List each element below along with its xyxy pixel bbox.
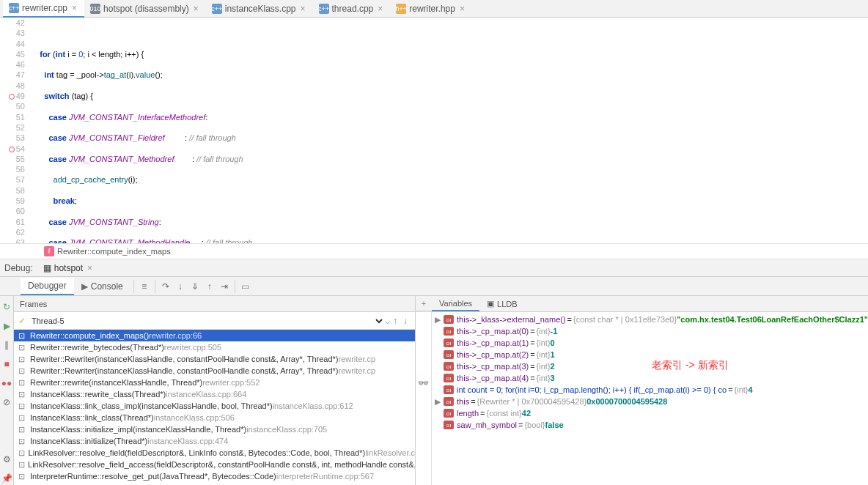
breakpoint-icon[interactable] bbox=[9, 94, 15, 100]
frame-item[interactable]: ⊡InstanceKlass::link_class_impl(instance… bbox=[14, 400, 415, 412]
pin-button[interactable]: 📌 bbox=[0, 472, 13, 485]
hpp-icon: h++ bbox=[396, 4, 406, 14]
force-step-into-button[interactable]: ⇓ bbox=[188, 279, 202, 294]
frame-item[interactable]: ⊡InstanceKlass::initialize(Thread*) inst… bbox=[14, 435, 415, 447]
threads-button[interactable]: ≡ bbox=[137, 279, 152, 294]
variable-row[interactable]: oıint count = 0; for(int i=0; i_cp_map.l… bbox=[432, 384, 868, 396]
code-area[interactable]: for (int i = 0; i < length; i++) { int t… bbox=[31, 18, 868, 243]
terminal-icon: ▣ bbox=[487, 299, 494, 308]
stackframe-icon: ⊡ bbox=[18, 390, 27, 399]
tab-debugger[interactable]: Debugger bbox=[21, 278, 74, 295]
tab-instanceklass-cpp[interactable]: c++instanceKlass.cpp× bbox=[206, 0, 313, 18]
tab-lldb[interactable]: ▣LLDB bbox=[479, 297, 525, 311]
next-frame-button[interactable]: ↓ bbox=[400, 316, 411, 326]
settings-button[interactable]: ⚙ bbox=[0, 453, 13, 466]
tab-rewriter-hpp[interactable]: h++rewriter.hpp× bbox=[390, 0, 472, 18]
expand-icon[interactable]: ▶ bbox=[435, 397, 444, 407]
variables-list[interactable]: 老索引 -> 新索引 ▶oıthis->_klass->external_nam… bbox=[432, 312, 868, 485]
frame-item[interactable]: ⊡Rewriter::rewrite_bytecodes(Thread*) re… bbox=[14, 341, 415, 353]
resume-button[interactable]: ▶ bbox=[0, 319, 13, 333]
tab-rewriter-cpp[interactable]: c++rewriter.cpp× bbox=[3, 0, 84, 18]
frame-item[interactable]: ⊡InstanceKlass::initialize_impl(instance… bbox=[14, 423, 415, 435]
watch-badge-icon: oı bbox=[444, 385, 454, 394]
breadcrumb[interactable]: f Rewriter::compute_index_maps bbox=[0, 243, 868, 259]
frame-item[interactable]: ⊡InterpreterRuntime::resolve_get_put(Jav… bbox=[14, 470, 415, 482]
pause-button[interactable]: ∥ bbox=[0, 338, 13, 352]
function-icon: f bbox=[44, 246, 54, 256]
breakpoint-icon[interactable] bbox=[9, 147, 15, 152]
watches-icon[interactable]: 👓 bbox=[416, 378, 430, 388]
variable-row[interactable]: oıthis->_cp_map.at(0) = {int} -1 bbox=[432, 325, 868, 337]
code-editor[interactable]: 42 43 44 45 46 47 48 49 50 51 52 53 54 5… bbox=[0, 18, 868, 243]
thread-icon: ✓ bbox=[18, 316, 26, 326]
close-icon[interactable]: × bbox=[458, 4, 466, 14]
frame-item[interactable]: ⊡Rewriter::compute_index_maps() rewriter… bbox=[14, 330, 415, 341]
watch-badge-icon: oı bbox=[444, 374, 454, 382]
close-icon[interactable]: × bbox=[86, 263, 94, 273]
tab-thread-cpp[interactable]: c++thread.cpp× bbox=[313, 0, 391, 18]
close-icon[interactable]: × bbox=[70, 3, 78, 13]
stackframe-icon: ⊡ bbox=[18, 425, 27, 434]
app-icon: ▦ bbox=[43, 263, 51, 273]
run-to-cursor-button[interactable]: ⇥ bbox=[217, 279, 232, 294]
line-gutter: 42 43 44 45 46 47 48 49 50 51 52 53 54 5… bbox=[0, 18, 31, 243]
mute-breakpoints-button[interactable]: ⊘ bbox=[0, 396, 13, 409]
stackframe-icon: ⊡ bbox=[18, 448, 26, 457]
debug-bar: Debug: ▦ hotspot × bbox=[0, 259, 868, 277]
close-icon[interactable]: × bbox=[192, 4, 200, 14]
watch-badge-icon: oı bbox=[444, 362, 454, 371]
add-watch-button[interactable]: + bbox=[416, 297, 432, 311]
expand-icon[interactable]: ▶ bbox=[435, 315, 444, 325]
frame-item[interactable]: ⊡InstanceKlass::rewrite_class(Thread*) i… bbox=[14, 388, 415, 400]
cpp-icon: c++ bbox=[9, 3, 19, 13]
vars-header: + Variables ▣LLDB bbox=[416, 296, 868, 312]
variable-row[interactable]: oıthis->_cp_map.at(1) = {int} 0 bbox=[432, 337, 868, 349]
step-out-button[interactable]: ↑ bbox=[202, 279, 217, 294]
cpp-icon: c++ bbox=[212, 4, 222, 14]
variable-row[interactable]: ▶oıthis->_klass->external_name() = {cons… bbox=[432, 314, 868, 325]
rerun-button[interactable]: ↻ bbox=[0, 300, 13, 314]
variable-row[interactable]: oıthis->_cp_map.at(3) = {int} 2 bbox=[432, 360, 868, 372]
variable-row[interactable]: oıthis->_cp_map.at(4) = {int} 3 bbox=[432, 372, 868, 384]
variable-row[interactable]: oıthis->_cp_map.at(2) = {int} 1 bbox=[432, 349, 868, 360]
variable-row[interactable]: oılength = {const int} 42 bbox=[432, 407, 868, 419]
frame-item[interactable]: ⊡Rewriter::Rewriter(instanceKlassHandle,… bbox=[14, 365, 415, 377]
thread-selector[interactable]: ✓ Thread-5 ⌵ ↑ ↓ bbox=[14, 312, 415, 330]
step-over-button[interactable]: ↷ bbox=[158, 279, 173, 294]
debug-target-tab[interactable]: ▦ hotspot × bbox=[37, 262, 100, 275]
tab-hotspot-disassembly[interactable]: 010hotspot (disassembly)× bbox=[84, 0, 206, 18]
debug-label: Debug: bbox=[4, 263, 33, 273]
variables-pane: + Variables ▣LLDB 👓 老索引 -> 新索引 ▶oıthis->… bbox=[416, 296, 868, 485]
thread-dropdown[interactable]: Thread-5 bbox=[29, 316, 385, 326]
frame-item[interactable]: ⊡InstanceKlass::link_class(Thread*) inst… bbox=[14, 412, 415, 423]
variable-row[interactable]: ▶oıthis = {Rewriter * | 0x700004595428} … bbox=[432, 396, 868, 407]
frame-item[interactable]: ⊡LinkResolver::resolve_field_access(fiel… bbox=[14, 459, 415, 470]
prev-frame-button[interactable]: ↑ bbox=[390, 316, 400, 326]
view-breakpoints-button[interactable]: ●● bbox=[0, 377, 13, 390]
frames-list[interactable]: ⊡Rewriter::compute_index_maps() rewriter… bbox=[14, 330, 415, 485]
watch-badge-icon: oı bbox=[444, 397, 454, 406]
step-into-button[interactable]: ↓ bbox=[173, 279, 188, 294]
stackframe-icon: ⊡ bbox=[18, 343, 27, 352]
frame-item[interactable]: ⊡InterpreterRuntime::resolve_from_cache(… bbox=[14, 482, 415, 485]
frame-item[interactable]: ⊡Rewriter::Rewriter(instanceKlassHandle,… bbox=[14, 353, 415, 365]
breadcrumb-label: Rewriter::compute_index_maps bbox=[57, 247, 171, 256]
stackframe-icon: ⊡ bbox=[18, 355, 27, 363]
tab-console[interactable]: ▶Console bbox=[74, 278, 130, 295]
tab-variables[interactable]: Variables bbox=[432, 297, 479, 311]
stop-button[interactable]: ■ bbox=[0, 358, 13, 371]
debug-body: ↻ ▶ ∥ ■ ●● ⊘ ⚙ 📌 Frames ✓ Thread-5 ⌵ ↑ ↓… bbox=[0, 296, 868, 485]
evaluate-button[interactable]: ▭ bbox=[238, 279, 253, 294]
frames-pane: Frames ✓ Thread-5 ⌵ ↑ ↓ ⊡Rewriter::compu… bbox=[14, 296, 416, 485]
variable-row[interactable]: oısaw_mh_symbol = {bool} false bbox=[432, 419, 868, 431]
frame-item[interactable]: ⊡Rewriter::rewrite(instanceKlassHandle, … bbox=[14, 377, 415, 388]
stackframe-icon: ⊡ bbox=[18, 460, 25, 469]
stackframe-icon: ⊡ bbox=[18, 366, 27, 375]
stackframe-icon: ⊡ bbox=[18, 331, 27, 340]
close-icon[interactable]: × bbox=[299, 4, 307, 14]
stackframe-icon: ⊡ bbox=[18, 437, 27, 445]
frame-item[interactable]: ⊡LinkResolver::resolve_field(fieldDescri… bbox=[14, 447, 415, 459]
editor-tabs-bar: c++rewriter.cpp× 010hotspot (disassembly… bbox=[0, 0, 868, 18]
close-icon[interactable]: × bbox=[376, 4, 384, 14]
cpp-icon: c++ bbox=[319, 4, 329, 14]
